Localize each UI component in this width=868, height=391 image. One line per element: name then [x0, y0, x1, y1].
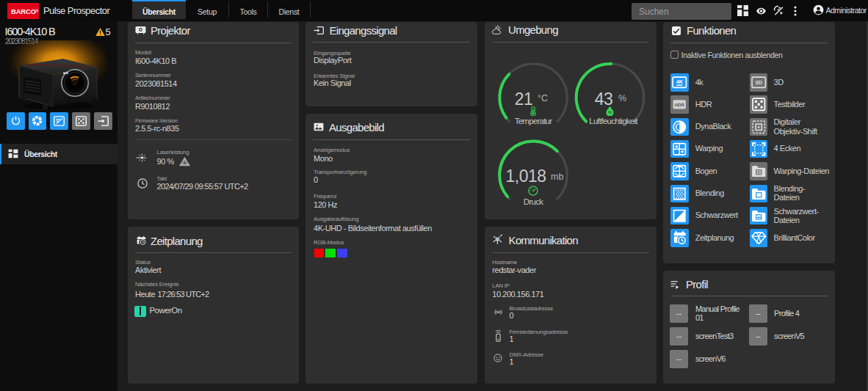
svg-text:3D: 3D [755, 79, 762, 86]
svg-text:4K: 4K [676, 79, 684, 85]
svg-text:HDR: HDR [675, 102, 685, 107]
svg-text:%: % [608, 110, 612, 114]
